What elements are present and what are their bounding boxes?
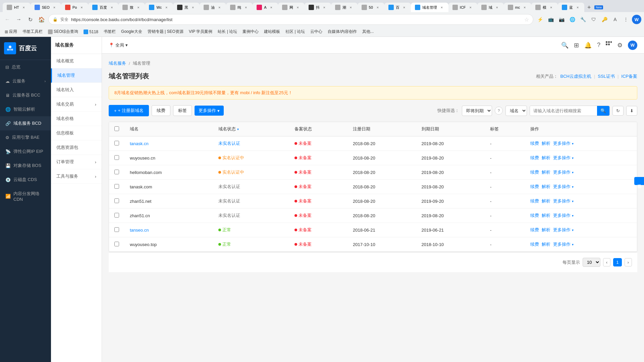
forward-button[interactable]: → <box>14 15 23 24</box>
sub-sidebar-item-management[interactable]: 域名管理 <box>51 68 102 83</box>
sub-sidebar-item-orders[interactable]: 订单管理 › <box>51 155 102 169</box>
row-checkbox-cell[interactable] <box>109 237 124 252</box>
row-checkbox-cell[interactable] <box>109 180 124 194</box>
browser-tab[interactable]: 油× <box>200 3 226 12</box>
bookmark-community[interactable]: 社区 | 论坛 <box>283 28 307 35</box>
bookmark-marketing[interactable]: 营销专题 | SEO资源 <box>146 28 185 35</box>
bookmark-bookmarks[interactable]: 书签栏 <box>102 28 118 35</box>
action-link-解析[interactable]: 解析 <box>542 184 550 189</box>
bookmark-star-icon[interactable]: ☆ <box>524 16 529 23</box>
row-checkbox[interactable] <box>114 242 119 246</box>
domain-type-select[interactable]: 域名 <box>505 106 527 116</box>
tab-close-icon[interactable]: × <box>548 5 554 10</box>
user-avatar[interactable]: W <box>628 41 637 50</box>
action-link-续费[interactable]: 续费 <box>530 198 539 203</box>
action-link-续费[interactable]: 续费 <box>530 184 539 189</box>
tab-close-icon[interactable]: × <box>109 5 114 10</box>
bookmark-apps[interactable]: ⊞应用 <box>3 28 19 35</box>
bookmark-5118[interactable]: 5118 <box>82 29 100 35</box>
reload-button[interactable]: ↻ <box>25 15 35 24</box>
domain-cell[interactable]: tanseo.cn <box>124 223 213 237</box>
browser-tab[interactable]: 黑× <box>173 3 200 12</box>
tab-close-icon[interactable]: × <box>243 5 249 10</box>
browser-tab[interactable]: 抖× <box>305 3 331 12</box>
per-page-select[interactable]: 10 <box>583 258 600 267</box>
row-checkbox[interactable] <box>114 213 119 218</box>
row-checkbox[interactable] <box>114 227 119 232</box>
row-checkbox[interactable] <box>114 141 119 145</box>
bookmark-cloud[interactable]: 云中心 <box>308 28 324 35</box>
plugin4-icon[interactable]: A <box>610 15 620 24</box>
plugin2-icon[interactable]: 🛡 <box>589 15 598 24</box>
sidebar-item-bos[interactable]: 💾 对象存储 BOS <box>0 159 51 173</box>
sidebar-item-overview[interactable]: ⊟ 总览 <box>0 60 51 74</box>
action-link-解析[interactable]: 解析 <box>542 141 550 146</box>
sidebar-item-cdn[interactable]: 📶 内容分发网络 CDN <box>0 187 51 206</box>
more-actions-dropdown[interactable]: 更多操作 ▾ <box>553 170 574 175</box>
notification-icon[interactable]: 🔔 <box>584 42 592 49</box>
row-checkbox[interactable] <box>114 170 119 174</box>
tab-close-icon[interactable]: × <box>164 5 169 10</box>
sidebar-item-cds[interactable]: 💿 云磁盘 CDS <box>0 173 51 187</box>
domain-cell[interactable]: tanask.cn <box>124 136 213 151</box>
sidebar-item-cloud-service[interactable]: ☁ 云服务 › <box>0 74 51 88</box>
renew-button[interactable]: 续费 <box>152 105 170 116</box>
tab-close-icon[interactable]: × <box>468 5 473 10</box>
action-link-续费[interactable]: 续费 <box>530 227 539 232</box>
related-link-icp[interactable]: ICP备案 <box>621 73 637 79</box>
tab-close-icon[interactable]: × <box>322 5 327 10</box>
active-browser-tab[interactable]: 域名管理× <box>411 3 448 12</box>
screenshot-icon[interactable]: 📷 <box>557 15 566 24</box>
tab-close-icon[interactable]: × <box>401 5 407 10</box>
status-link[interactable]: 未实名认证 <box>218 141 240 146</box>
action-link-续费[interactable]: 续费 <box>530 155 539 160</box>
related-link-ssl[interactable]: SSL证书 <box>598 73 615 79</box>
more-actions-dropdown[interactable]: 更多操作 ▾ <box>553 242 574 247</box>
bookmark-google[interactable]: Google大全 <box>119 28 144 35</box>
bookmark-webmaster[interactable]: 站长 | 论坛 <box>216 28 239 35</box>
address-bar[interactable]: 🔒 安全 https://console.bce.baidu.com/bcd/#… <box>48 14 533 25</box>
plugin1-icon[interactable]: 🔧 <box>578 15 588 24</box>
more-actions-dropdown[interactable]: 更多操作 ▾ <box>553 155 574 160</box>
profile-avatar[interactable]: W <box>632 15 641 24</box>
bookmark-more[interactable]: 其他... <box>360 28 376 35</box>
browser-tab[interactable]: 百× <box>384 3 411 12</box>
bookmark-media[interactable]: 自媒体/内容创作 <box>326 28 359 35</box>
sub-sidebar-item-coupon[interactable]: 优惠资源包 <box>51 140 102 155</box>
download-button[interactable]: ⬇ <box>626 106 637 116</box>
browser-tab[interactable]: Wc× <box>145 3 173 12</box>
page-1-button[interactable]: 1 <box>613 258 622 266</box>
activity-float-button[interactable]: 有活动 <box>634 177 644 185</box>
action-link-解析[interactable]: 解析 <box>542 198 550 203</box>
bookmark-seo[interactable]: SEO综合查询 <box>46 28 80 35</box>
tab-close-icon[interactable]: × <box>439 5 444 10</box>
browser-tab[interactable]: mc× <box>504 3 532 12</box>
sub-sidebar-item-price[interactable]: 域名价格 <box>51 112 102 126</box>
sub-sidebar-item-transfer[interactable]: 域名转入 <box>51 83 102 97</box>
browser-tab[interactable]: Po× <box>61 3 88 12</box>
column-header-status[interactable]: 域名状态 ▾ <box>213 122 289 136</box>
more-operations-button[interactable]: 更多操作 ▾ <box>195 106 224 116</box>
prev-page-button[interactable]: ‹ <box>603 258 610 266</box>
select-all-checkbox[interactable] <box>114 126 119 131</box>
tag-button[interactable]: 标签 <box>173 105 192 116</box>
tab-close-icon[interactable]: × <box>494 5 500 10</box>
related-link-bch[interactable]: BCH云虚拟主机 <box>560 73 591 79</box>
action-link-解析[interactable]: 解析 <box>542 170 550 175</box>
tab-close-icon[interactable]: × <box>136 5 141 10</box>
sub-sidebar-item-tools[interactable]: 工具与服务 › <box>51 169 102 184</box>
tab-close-icon[interactable]: × <box>522 5 527 10</box>
browser-tab[interactable]: 域× <box>477 3 504 12</box>
action-link-续费[interactable]: 续费 <box>530 213 539 218</box>
tab-close-icon[interactable]: × <box>348 5 354 10</box>
row-checkbox[interactable] <box>114 184 119 189</box>
sidebar-item-bcd[interactable]: 🔗 域名服务 BCD <box>0 116 51 130</box>
browser-tab[interactable]: SEO× <box>31 3 61 12</box>
domain-search-input[interactable] <box>530 106 597 115</box>
bookmark-templates[interactable]: 建站模板 <box>262 28 282 35</box>
tab-close-icon[interactable]: × <box>21 5 26 10</box>
sub-sidebar-item-overview[interactable]: 域名概览 <box>51 54 102 68</box>
sub-sidebar-item-info-template[interactable]: 信息模板 <box>51 126 102 140</box>
more-actions-dropdown[interactable]: 更多操作 ▾ <box>553 227 574 232</box>
action-link-解析[interactable]: 解析 <box>542 242 550 247</box>
